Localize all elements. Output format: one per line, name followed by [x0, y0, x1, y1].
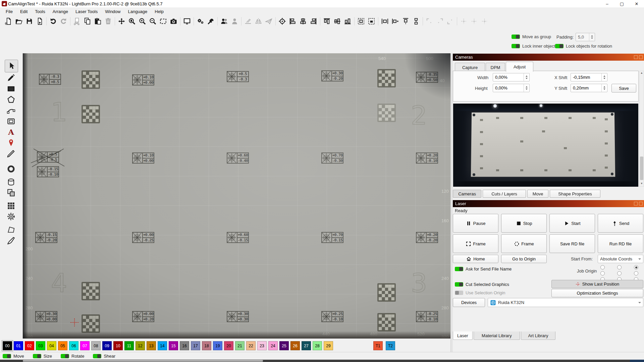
cam-height-spinner[interactable] [524, 84, 529, 92]
extrude-tool-icon[interactable] [5, 176, 17, 188]
dock-tab-cuts-layers[interactable]: Cuts / Layers [483, 190, 526, 198]
menu-edit[interactable]: Edit [16, 8, 31, 15]
optimization-settings-button[interactable]: Optimization Settings [551, 289, 643, 297]
go-to-origin-button[interactable]: Go to Origin [501, 255, 547, 263]
use-selection-origin-toggle[interactable]: Use Selection Origin [455, 290, 505, 295]
measure-tool-icon[interactable] [5, 147, 17, 160]
gear-tool-icon[interactable] [5, 210, 17, 223]
cut-icon[interactable] [72, 16, 82, 26]
status-toggle-rotate[interactable]: Rotate [61, 354, 84, 359]
zoom-to-page-icon[interactable] [127, 16, 137, 26]
menu-laser-tools[interactable]: Laser Tools [72, 8, 101, 15]
move-corner-tr-icon[interactable] [435, 16, 445, 26]
frameframec-button[interactable]: Frame [501, 234, 547, 253]
palette-swatch-07[interactable]: 07 [80, 341, 90, 350]
job-origin-radio[interactable] [617, 265, 622, 269]
cut-selected-toggle[interactable]: Cut Selected Graphics [455, 282, 509, 287]
align-right-icon[interactable] [308, 16, 319, 26]
move-cross-3-icon[interactable] [479, 16, 490, 26]
menu-window[interactable]: Window [101, 8, 124, 15]
undo-icon[interactable] [48, 16, 58, 26]
cam-height-input[interactable]: 0,00% [493, 84, 530, 92]
close-button[interactable]: ✕ [629, 0, 644, 7]
minimize-button[interactable]: – [600, 0, 614, 7]
ask-send-file-toggle[interactable]: Ask for Send File Name [455, 266, 512, 272]
shape-tool-icon[interactable] [5, 224, 17, 236]
align-center-v-icon[interactable] [298, 16, 308, 26]
cam-width-input[interactable]: 0,00% [493, 73, 530, 81]
palette-swatch-26[interactable]: 26 [290, 341, 300, 350]
skew-icon[interactable] [243, 16, 253, 26]
ellipse-tool-icon[interactable] [5, 163, 17, 175]
startstart-button[interactable]: Start [549, 214, 595, 233]
palette-swatch-T2[interactable]: T2 [386, 341, 395, 350]
save-file-icon[interactable] [24, 16, 35, 26]
menu-file[interactable]: File [2, 8, 16, 15]
palette-swatch-23[interactable]: 23 [257, 341, 267, 350]
run-rd-file-button[interactable]: Run RD file [598, 234, 643, 253]
knife-tool-icon[interactable] [5, 235, 17, 247]
x-shift-spinner[interactable] [601, 73, 607, 81]
save-rd-file-button[interactable]: Save RD file [549, 234, 595, 253]
palette-swatch-09[interactable]: 09 [102, 341, 112, 350]
palette-swatch-14[interactable]: 14 [158, 341, 167, 350]
redo-icon[interactable] [58, 16, 69, 26]
send-to-laser-icon[interactable] [264, 16, 274, 26]
frameframe-button[interactable]: Frame [453, 234, 498, 253]
workspace-canvas[interactable]: -0.3+0.5+0.10+0.00+0.5-0.3+0.30-0.20-0.3… [23, 53, 450, 339]
camera-capture-icon[interactable] [168, 16, 179, 26]
palette-swatch-03[interactable]: 03 [36, 341, 45, 350]
pan-icon[interactable] [116, 16, 127, 26]
select-tool-icon[interactable] [5, 60, 18, 72]
align-left-icon[interactable] [287, 16, 298, 26]
move-corner-bl-icon[interactable] [445, 16, 455, 26]
pin-tool-icon[interactable] [5, 137, 17, 149]
x-shift-input[interactable]: -0,15mm [571, 73, 607, 81]
job-origin-radio[interactable] [634, 271, 638, 276]
cameras-panel-header[interactable]: Cameras [453, 54, 644, 61]
move-cross-1-icon[interactable] [459, 16, 469, 26]
array-tool-icon[interactable] [5, 200, 17, 212]
dock-tab-move[interactable]: Move [527, 190, 548, 198]
palette-swatch-15[interactable]: 15 [169, 341, 178, 350]
position-laser-icon[interactable] [277, 16, 287, 26]
maximize-button[interactable]: ▢ [614, 0, 629, 7]
float-panel-icon[interactable] [634, 55, 638, 59]
y-shift-spinner[interactable] [601, 84, 607, 92]
device-settings-icon[interactable] [195, 16, 206, 26]
menu-arrange[interactable]: Arrange [49, 8, 72, 15]
palette-swatch-T1[interactable]: T1 [373, 341, 383, 350]
close-panel-icon[interactable] [639, 55, 643, 59]
palette-swatch-27[interactable]: 27 [302, 341, 311, 350]
align-bottom-icon[interactable] [342, 16, 353, 26]
frame-selection-icon[interactable] [158, 16, 168, 26]
dock-tab-cameras[interactable]: Cameras [453, 190, 481, 198]
palette-swatch-22[interactable]: 22 [246, 341, 256, 350]
menu-tools[interactable]: Tools [31, 8, 49, 15]
group-icon[interactable] [219, 16, 229, 26]
palette-swatch-05[interactable]: 05 [58, 341, 67, 350]
move-to-page-center-icon[interactable] [356, 16, 366, 26]
y-shift-input[interactable]: 0,20mm [571, 84, 607, 92]
palette-swatch-00[interactable]: 00 [3, 341, 12, 350]
pausepause-button[interactable]: Pause [453, 214, 498, 233]
copy-icon[interactable] [82, 16, 93, 26]
palette-swatch-16[interactable]: 16 [180, 341, 189, 350]
job-origin-radio[interactable] [634, 265, 638, 269]
cameras-scrollbar[interactable]: ▲ ▼ [639, 71, 644, 187]
palette-swatch-29[interactable]: 29 [324, 341, 333, 350]
sendsend-button[interactable]: Send [598, 214, 643, 233]
distribute-v-icon[interactable] [390, 16, 400, 26]
offset-tool-icon[interactable] [5, 115, 17, 127]
import-icon[interactable] [35, 16, 45, 26]
status-toggle-size[interactable]: Size [33, 354, 52, 359]
job-origin-radio[interactable] [617, 271, 622, 276]
palette-swatch-02[interactable]: 02 [25, 341, 34, 350]
text-tool-icon[interactable]: A [5, 126, 17, 138]
mirror-icon[interactable] [253, 16, 264, 26]
lock-objects-rotation-toggle[interactable]: Lock objects for rotation [555, 44, 612, 49]
palette-swatch-13[interactable]: 13 [147, 341, 156, 350]
boolean-tool-icon[interactable] [5, 187, 17, 199]
palette-swatch-28[interactable]: 28 [313, 341, 322, 350]
align-top-icon[interactable] [322, 16, 332, 26]
